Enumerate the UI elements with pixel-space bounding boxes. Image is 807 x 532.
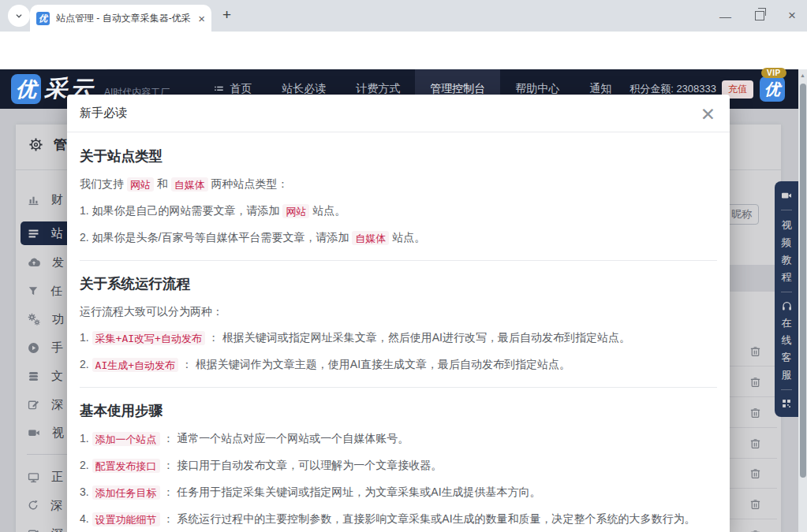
section-divider [80,387,717,388]
code-tag: 自媒体 [352,231,389,245]
browser-tab[interactable]: 优 站点管理 - 自动文章采集器-优采 × [30,5,211,32]
guide-list-item: 2. 配置发布接口 ： 接口用于自动发布文章，可以理解为一个文章接收器。 [80,457,717,474]
tab-close-icon[interactable]: × [198,13,205,24]
modal-close-icon[interactable]: ✕ [697,102,719,127]
scrollbar-thumb[interactable] [800,84,806,478]
tab-title: 站点管理 - 自动文章采集器-优采 [56,12,192,25]
page-scrollbar[interactable]: ▲ [798,69,807,532]
guide-list-item: 2. AI生成+自动发布 ： 根据关键词作为文章主题，使用AI直接生成文章，最后… [80,356,717,373]
scroll-up-arrow-icon[interactable]: ▲ [798,69,807,81]
window-close-icon[interactable]: × [788,8,796,24]
new-tab-button[interactable]: + [222,6,231,24]
guide-list-item: 1. 如果你是自己的网站需要文章，请添加 网站 站点。 [80,203,717,219]
code-tag: 配置发布接口 [92,459,160,473]
section-heading-site-types: 关于站点类型 [80,147,717,166]
code-tag: 添加一个站点 [92,432,160,446]
tab-favicon: 优 [36,12,50,25]
menu-icon [213,84,225,95]
browser-tab-strip: 优 站点管理 - 自动文章采集器-优采 × + — × [0,0,807,32]
section-heading-basic-steps: 基本使用步骤 [80,401,717,420]
screen: 优 站点管理 - 自动文章采集器-优采 × + — × ucaiyun.com/… [0,0,807,532]
tab-search-chevron-icon[interactable] [8,5,30,27]
beginner-guide-modal: 新手必读 ✕ 关于站点类型 我们支持 网站 和 自媒体 两种站点类型： 1. 如… [67,95,730,532]
window-minimize-icon[interactable]: — [719,9,731,23]
code-tag: 网站 [127,177,154,192]
user-avatar[interactable]: 优 [760,76,785,102]
modal-title: 新手必读 [80,106,127,121]
guide-list-item: 1. 采集+AI改写+自动发布 ： 根据关键词或指定网址采集文章，然后使用AI进… [80,329,717,346]
code-tag: 添加任务目标 [92,485,160,500]
guide-list-item: 3. 添加任务目标 ： 任务用于指定采集关键词或指定网址，为文章采集或AI生成提… [80,484,717,500]
section-intro: 我们支持 网站 和 自媒体 两种站点类型： [80,176,717,192]
guide-list-item: 4. 设置功能细节 ： 系统运行过程中的主要控制参数，直接影响文章采集或AI生成… [80,511,717,527]
guide-list-item: 2. 如果你是头条/百家号等自媒体平台需要文章，请添加 自媒体 站点。 [80,229,717,246]
window-restore-icon[interactable] [755,11,764,20]
section-heading-run-flow: 关于系统运行流程 [80,274,717,293]
vip-badge: VIP [761,68,786,78]
browser-toolbar: ucaiyun.com/caiji/site_group-2238 ☆ 井 ⋮ [0,32,807,69]
code-tag: AI生成+自动发布 [92,358,178,372]
guide-list-item: 1. 添加一个站点 ： 通常一个站点对应一个网站或一个自媒体账号。 [80,430,717,447]
code-tag: 采集+AI改写+自动发布 [92,331,205,345]
modal-body: 关于站点类型 我们支持 网站 和 自媒体 两种站点类型： 1. 如果你是自己的网… [67,132,730,532]
code-tag: 网站 [282,204,309,218]
code-tag: 自媒体 [171,177,208,192]
section-intro: 运行流程大致可以分为两种： [80,303,717,319]
section-divider [80,260,717,261]
site-logo[interactable]: 优 [11,74,41,104]
code-tag: 设置功能细节 [92,512,160,526]
modal-header: 新手必读 [67,95,730,132]
